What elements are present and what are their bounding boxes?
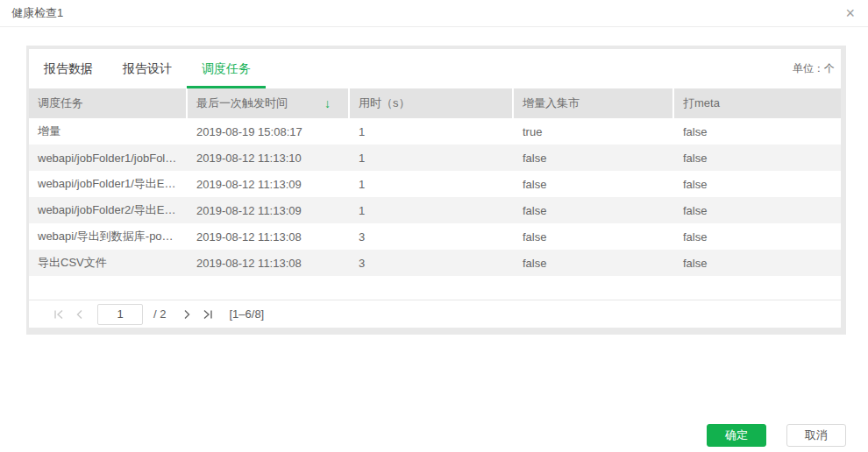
last-page-icon[interactable]: [199, 306, 217, 323]
cell-time: 2019-08-12 11:13:10: [188, 152, 350, 165]
cell-incremental: false: [514, 178, 674, 191]
sort-desc-icon[interactable]: ↓: [324, 96, 339, 110]
cell-duration: 1: [350, 178, 514, 191]
cell-task: webapi/导出到数据库-postgresql: [29, 229, 188, 244]
cell-duration: 3: [350, 230, 514, 244]
cell-time: 2019-08-12 11:13:08: [188, 257, 350, 270]
column-header-meta[interactable]: 打meta: [674, 88, 841, 118]
cell-duration: 3: [350, 257, 514, 270]
tab-schedule-tasks[interactable]: 调度任务: [187, 49, 266, 88]
cell-task: webapi/jobFolder2/导出Excel: [29, 202, 188, 218]
confirm-button[interactable]: 确定: [707, 424, 766, 447]
cell-task: 导出CSV文件: [29, 255, 188, 271]
page-number-input[interactable]: [97, 304, 143, 325]
table-row: webapi/jobFolder2/导出Excel 2019-08-12 11:…: [29, 197, 841, 223]
tab-bar: 报告数据 报告设计 调度任务 单位：个: [29, 49, 841, 88]
dialog-header: 健康检查1 ×: [0, 0, 868, 27]
total-pages-label: / 2: [153, 307, 166, 321]
cell-time: 2019-08-12 11:13:09: [188, 178, 350, 191]
cell-meta: false: [674, 204, 841, 217]
cell-incremental: true: [514, 125, 674, 138]
cell-task: webapi/jobFolder1/导出Excel1: [29, 176, 188, 192]
column-header-task[interactable]: 调度任务: [29, 88, 188, 118]
cancel-button[interactable]: 取消: [786, 424, 846, 447]
dialog-title: 健康检查1: [11, 5, 63, 21]
first-page-icon[interactable]: [50, 306, 68, 323]
tab-report-data[interactable]: 报告数据: [29, 49, 108, 88]
table-row: webapi/导出到数据库-postgresql 2019-08-12 11:1…: [29, 223, 841, 250]
table-empty-space: [29, 276, 841, 300]
column-header-incremental-to-mart[interactable]: 增量入集市: [514, 88, 674, 118]
table-body: 增量 2019-08-19 15:08:17 1 true false weba…: [29, 118, 841, 276]
page-range-label: [1–6/8]: [229, 307, 264, 321]
cell-meta: false: [674, 230, 841, 244]
cell-task: webapi/jobFolder1/jobFolder1-1/: [29, 152, 188, 165]
close-icon[interactable]: ×: [843, 5, 857, 21]
table-row: webapi/jobFolder1/jobFolder1-1/ 2019-08-…: [29, 145, 841, 171]
cell-incremental: false: [514, 204, 674, 217]
cell-time: 2019-08-19 15:08:17: [188, 125, 350, 138]
cell-duration: 1: [350, 125, 514, 138]
prev-page-icon[interactable]: [71, 306, 89, 323]
cell-meta: false: [674, 125, 841, 138]
cell-time: 2019-08-12 11:13:08: [188, 230, 350, 244]
cell-time: 2019-08-12 11:13:09: [188, 204, 350, 217]
cell-task: 增量: [29, 124, 188, 139]
cell-incremental: false: [514, 257, 674, 270]
unit-label: 单位：个: [793, 61, 841, 76]
cell-incremental: false: [514, 152, 674, 165]
cell-incremental: false: [514, 230, 674, 244]
next-page-icon[interactable]: [178, 306, 196, 323]
pagination-bar: / 2 [1–6/8]: [29, 300, 841, 328]
table-row: webapi/jobFolder1/导出Excel1 2019-08-12 11…: [29, 171, 841, 197]
column-header-last-trigger-time[interactable]: 最后一次触发时间 ↓: [188, 88, 350, 118]
cell-meta: false: [674, 257, 841, 270]
cell-duration: 1: [350, 152, 514, 165]
table-row: 导出CSV文件 2019-08-12 11:13:08 3 false fals…: [29, 250, 841, 276]
table-header: 调度任务 最后一次触发时间 ↓ 用时（s） 增量入集市 打meta: [29, 88, 841, 118]
column-header-duration[interactable]: 用时（s）: [350, 88, 514, 118]
cell-meta: false: [674, 152, 841, 165]
tab-report-design[interactable]: 报告设计: [108, 49, 187, 88]
cell-duration: 1: [350, 204, 514, 217]
table-row: 增量 2019-08-19 15:08:17 1 true false: [29, 118, 841, 145]
content-panel: 报告数据 报告设计 调度任务 单位：个 调度任务 最后一次触发时间 ↓ 用时（s…: [26, 46, 846, 335]
cell-meta: false: [674, 178, 841, 191]
